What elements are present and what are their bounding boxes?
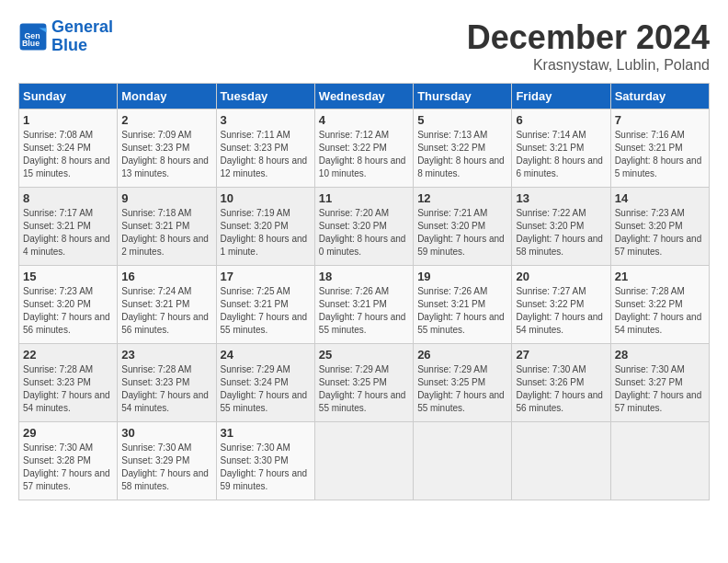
calendar-cell <box>610 422 709 500</box>
day-info: Sunrise: 7:23 AMSunset: 3:20 PMDaylight:… <box>615 208 702 257</box>
day-number: 25 <box>319 348 409 362</box>
day-info: Sunrise: 7:26 AMSunset: 3:21 PMDaylight:… <box>319 286 406 335</box>
day-info: Sunrise: 7:25 AMSunset: 3:21 PMDaylight:… <box>221 286 308 335</box>
logo: Gen Blue General Blue <box>18 18 113 55</box>
calendar-week-3: 15 Sunrise: 7:23 AMSunset: 3:20 PMDaylig… <box>19 266 710 344</box>
calendar-cell <box>414 422 512 500</box>
header-day-friday: Friday <box>512 84 610 109</box>
calendar-cell: 6 Sunrise: 7:14 AMSunset: 3:21 PMDayligh… <box>512 109 610 188</box>
day-info: Sunrise: 7:08 AMSunset: 3:24 PMDaylight:… <box>23 130 110 178</box>
calendar-cell: 20 Sunrise: 7:27 AMSunset: 3:22 PMDaylig… <box>512 266 610 344</box>
header-day-wednesday: Wednesday <box>314 84 413 109</box>
calendar-cell: 4 Sunrise: 7:12 AMSunset: 3:22 PMDayligh… <box>314 109 413 188</box>
day-info: Sunrise: 7:16 AMSunset: 3:21 PMDaylight:… <box>615 130 702 178</box>
day-info: Sunrise: 7:30 AMSunset: 3:30 PMDaylight:… <box>221 442 308 491</box>
calendar-cell: 1 Sunrise: 7:08 AMSunset: 3:24 PMDayligh… <box>19 109 118 188</box>
day-number: 13 <box>516 191 606 205</box>
calendar-cell: 13 Sunrise: 7:22 AMSunset: 3:20 PMDaylig… <box>512 188 610 266</box>
calendar-table: SundayMondayTuesdayWednesdayThursdayFrid… <box>18 83 710 500</box>
day-info: Sunrise: 7:21 AMSunset: 3:20 PMDaylight:… <box>417 208 505 257</box>
day-number: 27 <box>516 348 606 362</box>
calendar-body: 1 Sunrise: 7:08 AMSunset: 3:24 PMDayligh… <box>19 109 710 500</box>
calendar-cell: 11 Sunrise: 7:20 AMSunset: 3:20 PMDaylig… <box>314 188 413 266</box>
day-info: Sunrise: 7:29 AMSunset: 3:25 PMDaylight:… <box>417 364 505 413</box>
calendar-cell: 22 Sunrise: 7:28 AMSunset: 3:23 PMDaylig… <box>19 344 118 422</box>
header-day-thursday: Thursday <box>414 84 512 109</box>
calendar-cell <box>512 422 610 500</box>
logo-line2: Blue <box>51 36 87 54</box>
day-number: 17 <box>221 270 311 283</box>
day-number: 29 <box>23 426 113 440</box>
day-number: 18 <box>319 270 409 283</box>
day-number: 26 <box>417 348 507 362</box>
day-info: Sunrise: 7:26 AMSunset: 3:21 PMDaylight:… <box>417 286 505 335</box>
calendar-cell: 25 Sunrise: 7:29 AMSunset: 3:25 PMDaylig… <box>314 344 413 422</box>
calendar-cell: 16 Sunrise: 7:24 AMSunset: 3:21 PMDaylig… <box>118 266 216 344</box>
day-info: Sunrise: 7:29 AMSunset: 3:25 PMDaylight:… <box>319 364 406 413</box>
calendar-cell: 12 Sunrise: 7:21 AMSunset: 3:20 PMDaylig… <box>414 188 512 266</box>
day-info: Sunrise: 7:14 AMSunset: 3:21 PMDaylight:… <box>516 130 603 178</box>
title-section: December 2024 Krasnystaw, Lublin, Poland <box>467 18 710 74</box>
day-number: 19 <box>417 270 507 283</box>
day-number: 30 <box>121 426 211 440</box>
day-number: 8 <box>23 191 113 205</box>
calendar-cell: 24 Sunrise: 7:29 AMSunset: 3:24 PMDaylig… <box>216 344 314 422</box>
day-number: 23 <box>121 348 211 362</box>
logo-text: General Blue <box>51 18 113 55</box>
header-day-saturday: Saturday <box>610 84 709 109</box>
day-info: Sunrise: 7:19 AMSunset: 3:20 PMDaylight:… <box>221 208 308 257</box>
calendar-cell: 9 Sunrise: 7:18 AMSunset: 3:21 PMDayligh… <box>118 188 216 266</box>
calendar-cell: 17 Sunrise: 7:25 AMSunset: 3:21 PMDaylig… <box>216 266 314 344</box>
calendar-cell: 26 Sunrise: 7:29 AMSunset: 3:25 PMDaylig… <box>414 344 512 422</box>
day-number: 31 <box>221 426 311 440</box>
calendar-cell: 23 Sunrise: 7:28 AMSunset: 3:23 PMDaylig… <box>118 344 216 422</box>
day-number: 16 <box>121 270 211 283</box>
month-title: December 2024 <box>467 18 710 57</box>
svg-text:Blue: Blue <box>22 39 40 48</box>
calendar-cell: 19 Sunrise: 7:26 AMSunset: 3:21 PMDaylig… <box>414 266 512 344</box>
header: Gen Blue General Blue December 2024 Kras… <box>18 18 710 74</box>
day-info: Sunrise: 7:09 AMSunset: 3:23 PMDaylight:… <box>121 130 209 178</box>
day-info: Sunrise: 7:12 AMSunset: 3:22 PMDaylight:… <box>319 130 406 178</box>
logo-icon: Gen Blue <box>18 22 48 52</box>
location-title: Krasnystaw, Lublin, Poland <box>467 57 710 74</box>
calendar-cell: 27 Sunrise: 7:30 AMSunset: 3:26 PMDaylig… <box>512 344 610 422</box>
calendar-cell: 30 Sunrise: 7:30 AMSunset: 3:29 PMDaylig… <box>118 422 216 500</box>
header-day-sunday: Sunday <box>19 84 118 109</box>
calendar-cell <box>314 422 413 500</box>
day-info: Sunrise: 7:18 AMSunset: 3:21 PMDaylight:… <box>121 208 209 257</box>
day-info: Sunrise: 7:13 AMSunset: 3:22 PMDaylight:… <box>417 130 505 178</box>
calendar-cell: 2 Sunrise: 7:09 AMSunset: 3:23 PMDayligh… <box>118 109 216 188</box>
day-number: 9 <box>121 191 211 205</box>
day-number: 11 <box>319 191 409 205</box>
calendar-cell: 3 Sunrise: 7:11 AMSunset: 3:23 PMDayligh… <box>216 109 314 188</box>
day-info: Sunrise: 7:30 AMSunset: 3:27 PMDaylight:… <box>615 364 702 413</box>
day-info: Sunrise: 7:28 AMSunset: 3:23 PMDaylight:… <box>121 364 209 413</box>
calendar-cell: 28 Sunrise: 7:30 AMSunset: 3:27 PMDaylig… <box>610 344 709 422</box>
calendar-cell: 29 Sunrise: 7:30 AMSunset: 3:28 PMDaylig… <box>19 422 118 500</box>
calendar-week-5: 29 Sunrise: 7:30 AMSunset: 3:28 PMDaylig… <box>19 422 710 500</box>
day-info: Sunrise: 7:30 AMSunset: 3:29 PMDaylight:… <box>121 442 209 491</box>
day-info: Sunrise: 7:28 AMSunset: 3:23 PMDaylight:… <box>23 364 110 413</box>
calendar-week-1: 1 Sunrise: 7:08 AMSunset: 3:24 PMDayligh… <box>19 109 710 188</box>
header-day-tuesday: Tuesday <box>216 84 314 109</box>
day-info: Sunrise: 7:20 AMSunset: 3:20 PMDaylight:… <box>319 208 406 257</box>
day-info: Sunrise: 7:17 AMSunset: 3:21 PMDaylight:… <box>23 208 110 257</box>
day-number: 4 <box>319 113 409 127</box>
calendar-cell: 7 Sunrise: 7:16 AMSunset: 3:21 PMDayligh… <box>610 109 709 188</box>
day-number: 5 <box>417 113 507 127</box>
header-row: SundayMondayTuesdayWednesdayThursdayFrid… <box>19 84 710 109</box>
day-number: 24 <box>221 348 311 362</box>
day-number: 21 <box>615 270 705 283</box>
day-number: 22 <box>23 348 113 362</box>
day-number: 7 <box>615 113 705 127</box>
day-number: 3 <box>221 113 311 127</box>
day-number: 12 <box>417 191 507 205</box>
day-number: 10 <box>221 191 311 205</box>
calendar-cell: 18 Sunrise: 7:26 AMSunset: 3:21 PMDaylig… <box>314 266 413 344</box>
day-info: Sunrise: 7:29 AMSunset: 3:24 PMDaylight:… <box>221 364 308 413</box>
calendar-week-4: 22 Sunrise: 7:28 AMSunset: 3:23 PMDaylig… <box>19 344 710 422</box>
day-info: Sunrise: 7:28 AMSunset: 3:22 PMDaylight:… <box>615 286 702 335</box>
calendar-header: SundayMondayTuesdayWednesdayThursdayFrid… <box>19 84 710 109</box>
day-number: 20 <box>516 270 606 283</box>
